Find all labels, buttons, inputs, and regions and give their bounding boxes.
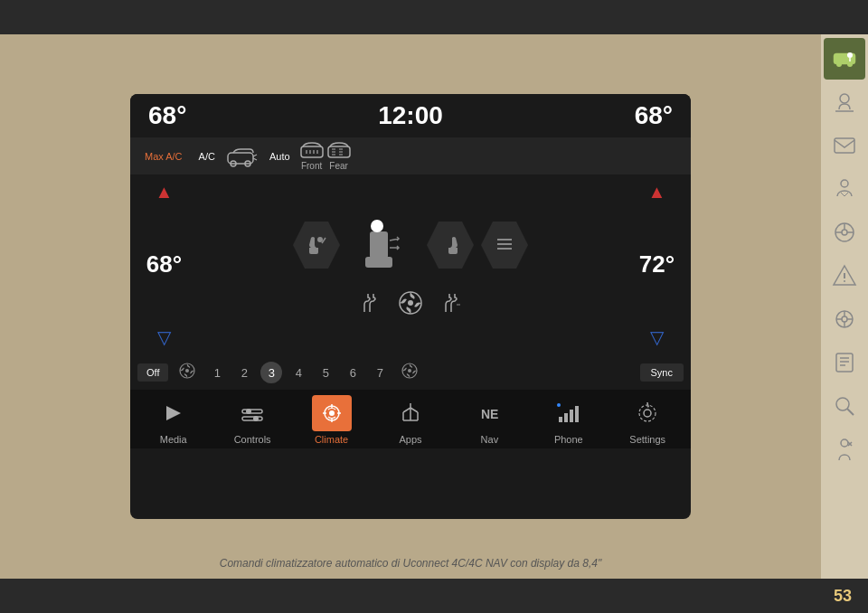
speed-4-button[interactable]: 4	[288, 362, 309, 383]
nav-controls[interactable]: Controls	[221, 395, 284, 445]
svg-rect-69	[559, 417, 562, 422]
person-seat-icon	[352, 213, 415, 277]
sidebar-item-service[interactable]	[824, 342, 865, 383]
svg-point-75	[639, 405, 656, 421]
svg-rect-33	[301, 146, 323, 157]
sidebar-item-driver[interactable]	[824, 168, 865, 210]
ac-button[interactable]: A/C	[192, 147, 222, 165]
right-temp-up-button[interactable]: ▲	[648, 182, 666, 203]
sync-button[interactable]: Sync	[640, 363, 684, 382]
left-temp-up-button[interactable]: ▲	[156, 182, 174, 203]
nav-settings[interactable]: Settings	[616, 395, 679, 445]
sidebar-item-safety[interactable]	[824, 81, 865, 123]
nav-apps-icon-wrap	[391, 395, 430, 431]
speed-5-button[interactable]: 5	[315, 362, 336, 383]
nav-climate[interactable]: Climate	[300, 395, 363, 445]
svg-rect-71	[570, 410, 573, 422]
bottom-bar: 53	[0, 579, 868, 613]
apps-icon	[398, 401, 423, 426]
fan-right-button[interactable]	[400, 361, 420, 384]
nav-phone[interactable]: Phone	[537, 395, 600, 445]
rear-button[interactable]: Fear	[326, 141, 352, 171]
nav-icon: NE	[476, 401, 502, 426]
info2-icon	[832, 437, 857, 462]
sidebar-item-warning[interactable]	[824, 255, 865, 297]
svg-point-29	[841, 439, 848, 447]
climate-main-area: ▲ 68° ▽	[130, 174, 691, 355]
steering-icon	[832, 220, 857, 245]
sidebar-item-car-info[interactable]: i	[824, 38, 865, 80]
caption-text: Comandi climatizzatore automatico di Uco…	[0, 557, 821, 570]
left-seat-button[interactable]	[293, 222, 340, 269]
svg-rect-59	[242, 417, 262, 420]
nav-settings-label: Settings	[629, 434, 665, 445]
right-temp-down-button[interactable]: ▽	[650, 326, 664, 348]
left-temp-value: 68°	[146, 250, 182, 278]
svg-rect-70	[564, 413, 568, 422]
left-temp-down-button[interactable]: ▽	[157, 326, 171, 348]
max-ac-button[interactable]: Max A/C	[137, 147, 190, 165]
car-vent-icon	[226, 146, 259, 167]
speed-6-button[interactable]: 6	[342, 362, 363, 383]
seat-heat-left-icon	[357, 290, 382, 316]
sidebar-item-messages[interactable]	[824, 125, 865, 166]
nav-settings-icon-wrap	[627, 395, 667, 431]
rear-defrost-button[interactable]	[481, 222, 528, 269]
driver-icon	[832, 176, 857, 202]
fan-left-button[interactable]	[177, 361, 197, 384]
svg-point-45	[317, 237, 323, 242]
right-temp-display: 68°	[618, 101, 673, 130]
nav-media-label: Media	[160, 434, 187, 445]
search-icon	[832, 393, 857, 419]
fan-right-icon	[400, 361, 420, 381]
nav-nav-label: Nav	[481, 434, 499, 445]
center-vent-button[interactable]	[396, 288, 425, 321]
svg-rect-58	[242, 410, 262, 413]
speed-7-button[interactable]: 7	[369, 362, 391, 383]
nav-media[interactable]: Media	[142, 395, 205, 445]
svg-point-53	[408, 300, 413, 306]
seat-heat-right-button[interactable]	[439, 290, 464, 319]
svg-rect-7	[835, 138, 854, 153]
speed-2-button[interactable]: 2	[233, 362, 255, 383]
right-temp-value: 72°	[639, 250, 675, 278]
sidebar-item-search[interactable]	[824, 385, 865, 427]
left-seat-icon	[304, 232, 329, 258]
sidebar-item-steering[interactable]	[824, 212, 865, 253]
right-temp-column: ▲ 72° ▽	[632, 174, 682, 355]
screen-header: 68° 12:00 68°	[130, 94, 691, 137]
right-seat-button[interactable]	[427, 222, 474, 269]
media-icon	[161, 401, 186, 426]
svg-point-6	[840, 94, 849, 103]
nav-phone-icon-wrap	[549, 395, 589, 431]
right-seat-icon	[438, 232, 463, 258]
svg-point-27	[836, 398, 849, 410]
svg-rect-72	[575, 406, 579, 422]
svg-point-18	[842, 316, 847, 322]
speed-1-button[interactable]: 1	[206, 362, 228, 383]
climate-screen: 68° 12:00 68° Max A/C A/C Auto	[130, 94, 691, 519]
svg-point-48	[371, 220, 383, 232]
svg-point-73	[557, 403, 561, 407]
svg-point-57	[408, 369, 411, 373]
svg-rect-47	[365, 257, 392, 268]
rear-defrost-icon	[326, 141, 352, 159]
vent-direction-button[interactable]	[224, 143, 260, 170]
sidebar-item-tools[interactable]	[824, 298, 865, 340]
front-button[interactable]: Front	[299, 141, 325, 171]
climate-icon	[319, 401, 344, 426]
nav-navigation[interactable]: NE Nav	[458, 395, 521, 445]
svg-point-74	[644, 410, 651, 417]
settings-icon	[635, 401, 660, 426]
center-person-icon	[347, 209, 420, 281]
fan-off-button[interactable]: Off	[137, 363, 168, 382]
sidebar-item-info2[interactable]	[824, 429, 865, 470]
auto-button[interactable]: Auto	[262, 147, 297, 165]
nav-apps-label: Apps	[399, 434, 421, 445]
nav-apps[interactable]: Apps	[379, 395, 442, 445]
seat-heat-left-button[interactable]	[357, 290, 382, 319]
tools-icon	[832, 306, 857, 332]
rear-label: Fear	[329, 161, 348, 171]
speed-3-button[interactable]: 3	[260, 362, 282, 383]
svg-point-55	[185, 369, 189, 373]
